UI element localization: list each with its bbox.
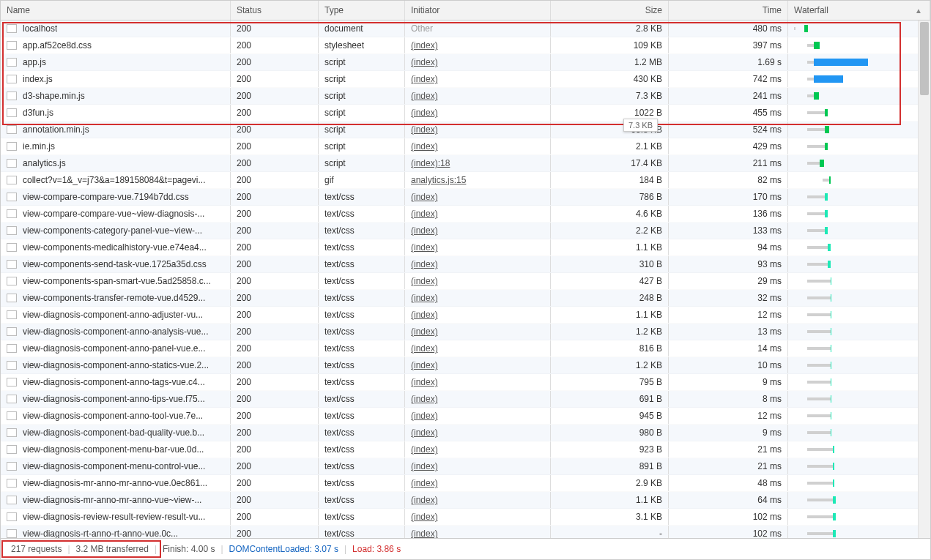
request-name: annotation.min.js [23,124,89,135]
request-name: view-diagnosis-component-menu-bar-vue.0d… [23,444,204,455]
table-row[interactable]: ie.min.js200script(index)2.1 KB429 ms [1,138,930,155]
table-row[interactable]: app.js200script(index)1.2 MB1.69 s [1,54,930,71]
scrollbar-thumb[interactable] [920,22,929,95]
waterfall-cell [788,475,930,491]
table-row[interactable]: view-components-category-panel-vue~view-… [1,223,930,239]
table-row[interactable]: view-diagnosis-component-menu-control-vu… [1,458,930,475]
initiator-link[interactable]: (index) [411,343,438,354]
initiator-link[interactable]: (index) [411,209,438,219]
initiator-link[interactable]: (index) [411,141,438,152]
status-code: 200 [231,475,319,491]
initiator-link[interactable]: (index) [411,428,438,438]
status-code: 200 [231,122,319,138]
response-size: 7.3 KB [551,88,669,104]
initiator-link[interactable]: (index) [411,411,438,421]
waterfall-cell [788,408,930,424]
file-icon [7,361,17,370]
initiator-link[interactable]: (index) [411,310,438,320]
table-row[interactable]: view-components-medicalhistory-vue.e74ea… [1,239,930,256]
initiator-link[interactable]: analytics.js:15 [411,175,466,185]
status-code: 200 [231,357,319,373]
initiator-link[interactable]: (index) [411,461,438,471]
resource-type: text/css [319,357,405,373]
initiator-link[interactable]: (index) [411,444,438,455]
initiator-link[interactable]: (index) [411,40,438,51]
table-row[interactable]: view-diagnosis-component-anno-analysis-v… [1,324,930,340]
initiator-link[interactable]: (index) [411,259,438,269]
table-row[interactable]: view-diagnosis-mr-anno-mr-anno-vue.0ec86… [1,475,930,492]
resource-type: script [319,54,405,70]
initiator-link[interactable]: (index) [411,91,438,101]
status-code: 200 [231,105,319,121]
initiator-link[interactable]: (index) [411,495,438,505]
header-waterfall[interactable]: Waterfall ▲ [788,1,930,20]
table-row[interactable]: view-diagnosis-component-menu-bar-vue.0d… [1,441,930,458]
resource-type: text/css [319,492,405,508]
table-row[interactable]: view-diagnosis-component-anno-adjuster-v… [1,307,930,324]
header-size[interactable]: Size [551,1,669,20]
table-row[interactable]: view-diagnosis-review-result-review-resu… [1,509,930,526]
table-row[interactable]: view-diagnosis-component-bad-quality-vue… [1,425,930,441]
table-row[interactable]: view-diagnosis-component-anno-statics-vu… [1,357,930,374]
table-row[interactable]: view-diagnosis-component-anno-panel-vue.… [1,340,930,357]
file-icon [7,529,17,538]
initiator-link[interactable]: (index) [411,242,438,253]
initiator-link[interactable]: (index) [411,276,438,286]
waterfall-cell [788,54,930,70]
vertical-scrollbar[interactable] [918,20,930,538]
status-requests: 217 requests [7,544,66,554]
status-code: 200 [231,340,319,356]
table-row[interactable]: view-components-transfer-remote-vue.d452… [1,290,930,307]
initiator-link[interactable]: (index) [411,394,438,404]
table-row[interactable]: view-diagnosis-component-anno-tips-vue.f… [1,391,930,408]
table-row[interactable]: d3fun.js200script(index)1022 B455 ms [1,105,930,122]
initiator-link[interactable]: (index) [411,57,438,67]
table-row[interactable]: view-compare-compare-vue~view-diagnosis-… [1,206,930,223]
status-code: 200 [231,223,319,239]
table-row[interactable]: view-diagnosis-mr-anno-mr-anno-vue~view-… [1,492,930,509]
initiator-link[interactable]: (index) [411,326,438,337]
resource-type: text/css [319,273,405,289]
table-body[interactable]: localhost200documentOther2.8 KB480 msapp… [1,20,930,538]
initiator-link[interactable]: (index) [411,478,438,488]
waterfall-cell [788,189,930,205]
file-icon [7,193,17,201]
waterfall-cell [788,20,930,37]
table-row[interactable]: analytics.js200script(index):1817.4 KB21… [1,155,930,172]
initiator-link[interactable]: (index) [411,293,438,303]
response-time: 14 ms [669,340,788,356]
initiator-link[interactable]: (index):18 [411,158,450,168]
initiator-link[interactable]: (index) [411,192,438,202]
table-row[interactable]: view-diagnosis-component-anno-tags-vue.c… [1,374,930,391]
table-row[interactable]: collect?v=1&_v=j73&a=189158084&t=pagevi.… [1,172,930,189]
table-row[interactable]: app.af52ce8d.css200stylesheet(index)109 … [1,37,930,54]
table-row[interactable]: view-diagnosis-rt-anno-rt-anno-vue.0c...… [1,526,930,538]
table-row[interactable]: view-components-span-smart-vue.5ad25858.… [1,273,930,290]
status-code: 200 [231,458,319,474]
table-row[interactable]: view-diagnosis-component-anno-tool-vue.7… [1,408,930,425]
table-row[interactable]: view-compare-compare-vue.7194b7dd.css200… [1,189,930,206]
waterfall-cell [788,155,930,171]
initiator-link[interactable]: (index) [411,377,438,387]
header-type[interactable]: Type [319,1,405,20]
header-initiator[interactable]: Initiator [405,1,551,20]
initiator-link[interactable]: (index) [411,74,438,84]
initiator-link[interactable]: (index) [411,529,438,538]
table-row[interactable]: d3-shape.min.js200script(index)7.3 KB241… [1,88,930,105]
table-row[interactable]: annotation.min.js200script(index)63.8 KB… [1,122,930,138]
table-row[interactable]: view-components-send-task-vue.1725a35d.c… [1,256,930,273]
header-time[interactable]: Time [669,1,788,20]
initiator-link[interactable]: (index) [411,225,438,236]
initiator-link[interactable]: (index) [411,512,438,522]
header-status[interactable]: Status [231,1,319,20]
table-row[interactable]: index.js200script(index)430 KB742 ms [1,71,930,88]
header-name[interactable]: Name [1,1,231,20]
initiator-link[interactable]: (index) [411,108,438,118]
initiator-link[interactable]: (index) [411,360,438,370]
waterfall-cell [788,239,930,255]
request-name: view-diagnosis-component-anno-tags-vue.c… [23,377,205,387]
table-row[interactable]: localhost200documentOther2.8 KB480 ms [1,20,930,37]
file-icon [7,243,17,252]
response-size: 1.1 KB [551,239,669,255]
initiator-link[interactable]: (index) [411,124,438,135]
